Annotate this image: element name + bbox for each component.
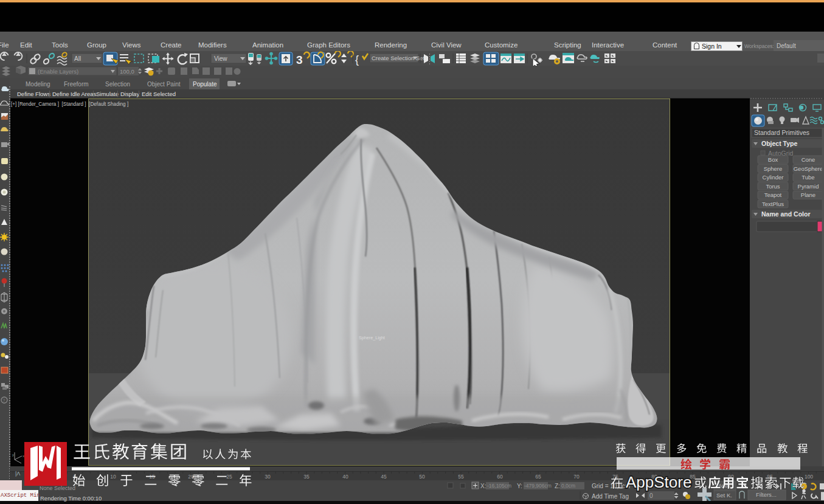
svg-text:Torus: Torus — [766, 183, 780, 190]
svg-text:Cone: Cone — [801, 156, 815, 163]
svg-text:AppStore: AppStore — [626, 473, 691, 491]
svg-text:{: { — [355, 54, 359, 66]
svg-text:Tube: Tube — [801, 174, 814, 181]
svg-text:?: ? — [3, 398, 5, 402]
svg-text:Object Type: Object Type — [761, 140, 797, 147]
svg-text:100,0: 100,0 — [120, 68, 134, 75]
svg-text:TextPlus: TextPlus — [762, 201, 784, 207]
svg-text:Create Selection Set: Create Selection Set — [372, 55, 424, 61]
svg-text:Box: Box — [768, 156, 778, 163]
svg-text:Teapot: Teapot — [764, 192, 782, 198]
svg-text:View: View — [214, 55, 227, 62]
svg-text:Cylinder: Cylinder — [763, 174, 784, 181]
svg-text:Plane: Plane — [801, 192, 815, 198]
svg-text:Pyramid: Pyramid — [798, 183, 819, 190]
svg-text:Standard Primitives: Standard Primitives — [754, 129, 809, 136]
svg-text:Name and Color: Name and Color — [761, 210, 811, 218]
svg-text:GeoSphere: GeoSphere — [794, 165, 823, 172]
svg-text:All: All — [74, 55, 81, 62]
svg-text:3: 3 — [296, 54, 303, 66]
svg-text:Sphere: Sphere — [764, 165, 783, 172]
svg-text:(Enable Layers): (Enable Layers) — [38, 68, 78, 75]
